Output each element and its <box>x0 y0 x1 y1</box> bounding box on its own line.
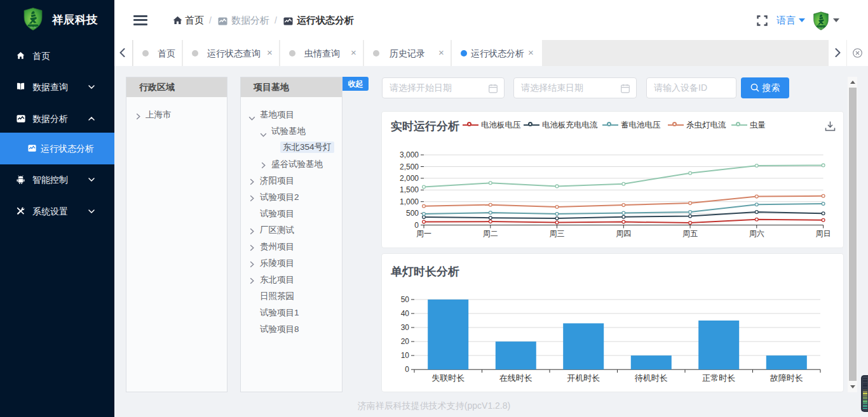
svg-text:10: 10 <box>401 351 410 360</box>
svg-text:待机时长: 待机时长 <box>635 373 668 383</box>
svg-text:周四: 周四 <box>616 229 631 238</box>
svg-text:500: 500 <box>406 209 419 218</box>
svg-text:周五: 周五 <box>682 229 698 238</box>
svg-text:在线时长: 在线时长 <box>499 373 532 383</box>
svg-text:开机时长: 开机时长 <box>567 373 600 383</box>
svg-text:0: 0 <box>414 221 419 230</box>
svg-text:失联时长: 失联时长 <box>431 373 465 383</box>
svg-text:40: 40 <box>401 309 410 318</box>
svg-text:正常时长: 正常时长 <box>702 373 735 383</box>
svg-text:30: 30 <box>401 323 410 332</box>
svg-text:0: 0 <box>405 365 409 374</box>
svg-text:2,500: 2,500 <box>400 162 419 171</box>
svg-text:故障时长: 故障时长 <box>770 373 803 383</box>
svg-text:1,500: 1,500 <box>400 185 419 194</box>
svg-text:1,000: 1,000 <box>400 197 419 206</box>
svg-text:周日: 周日 <box>816 229 831 238</box>
svg-text:周三: 周三 <box>550 229 565 238</box>
svg-text:周六: 周六 <box>749 229 764 238</box>
svg-text:3,000: 3,000 <box>400 150 419 159</box>
svg-text:周一: 周一 <box>416 229 431 238</box>
svg-text:周二: 周二 <box>483 229 498 238</box>
svg-text:50: 50 <box>401 295 410 304</box>
svg-text:20: 20 <box>401 337 410 346</box>
svg-text:2,000: 2,000 <box>400 174 419 183</box>
